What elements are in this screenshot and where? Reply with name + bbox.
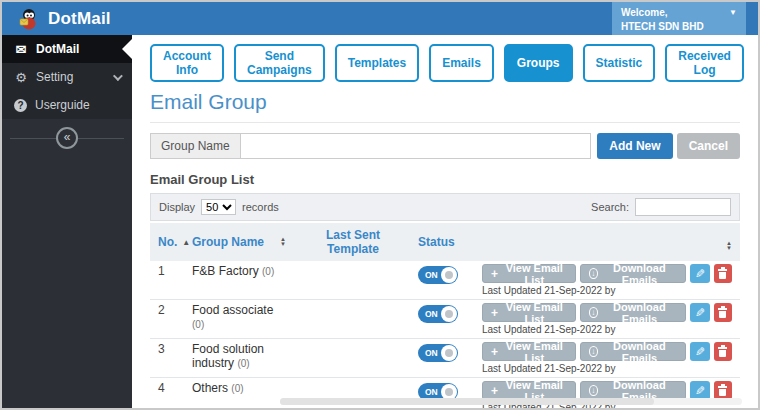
add-group-form: Group Name Add New Cancel: [150, 133, 740, 159]
trash-icon: [718, 386, 727, 396]
records-label: records: [242, 201, 279, 213]
search-input[interactable]: [635, 198, 731, 216]
tab-send-campaigns[interactable]: Send Campaigns: [234, 44, 325, 82]
sidebar-item-label: Userguide: [35, 98, 90, 112]
records-per-page-select[interactable]: 50: [201, 199, 236, 215]
display-label: Display: [159, 201, 195, 213]
delete-button[interactable]: [714, 303, 732, 322]
delete-button[interactable]: [714, 342, 732, 361]
caret-down-icon: ▼: [729, 7, 737, 18]
table-toolbar: Display 50 records Search:: [150, 193, 740, 221]
table-row: 3 Food solution industry (0) ON + View E…: [150, 339, 740, 378]
download-icon: ↓: [589, 385, 598, 396]
status-toggle[interactable]: ON: [418, 266, 458, 284]
last-updated-text: Last Updated 21-Sep-2022 by: [482, 324, 732, 335]
group-name-label: Group Name: [150, 133, 240, 159]
group-table-body: 1 F&B Factory (0) ON + View Email List ↓…: [150, 261, 740, 408]
divider: [150, 122, 740, 123]
download-emails-button[interactable]: ↓ Download Emails: [580, 264, 686, 283]
status-toggle[interactable]: ON: [418, 344, 458, 362]
sidebar-item-label: Setting: [36, 70, 73, 84]
download-emails-label: Download Emails: [602, 301, 677, 325]
plus-icon: +: [491, 384, 498, 398]
table-row: 2 Food associate (0) ON + View Email Lis…: [150, 300, 740, 339]
user-account-box[interactable]: Welcome, HTECH SDN BHD ▼: [612, 2, 746, 35]
view-email-list-label: View Email List: [502, 301, 567, 325]
app-header: DotMail Welcome, HTECH SDN BHD ▼: [2, 2, 758, 35]
last-updated-text: Last Updated 21-Sep-2022 by: [482, 285, 732, 296]
toggle-knob: [441, 345, 457, 361]
status-label: ON: [425, 348, 438, 358]
view-email-list-button[interactable]: + View Email List: [482, 264, 576, 283]
add-new-button[interactable]: Add New: [597, 133, 672, 159]
last-sent-template-cell: [296, 339, 410, 378]
tab-received-log[interactable]: Received Log: [665, 44, 744, 82]
toggle-knob: [441, 306, 457, 322]
group-name: Food associate: [192, 303, 273, 317]
group-name-input[interactable]: [240, 133, 592, 159]
view-email-list-button[interactable]: + View Email List: [482, 303, 576, 322]
group-count: (0): [192, 319, 204, 330]
download-emails-button[interactable]: ↓ Download Emails: [580, 303, 686, 322]
status-toggle[interactable]: ON: [418, 305, 458, 323]
row-actions: + View Email List ↓ Download Emails ✎: [482, 264, 732, 283]
list-title: Email Group List: [150, 172, 740, 187]
email-group-table: No.▲ Group Name▲▼ Last Sent Template Sta…: [150, 223, 740, 408]
sort-asc-icon: ▲: [182, 238, 190, 247]
main-content: Account Info Send Campaigns Templates Em…: [132, 35, 758, 408]
row-number: 4: [150, 378, 184, 409]
chevron-down-icon: [113, 71, 123, 81]
edit-button[interactable]: ✎: [690, 342, 710, 361]
sidebar-item-userguide[interactable]: ? Userguide: [2, 91, 132, 119]
sidebar-item-dotmail[interactable]: ✉ DotMail: [2, 35, 132, 63]
gear-icon: ⚙: [14, 70, 28, 85]
cancel-button[interactable]: Cancel: [677, 133, 740, 159]
view-email-list-button[interactable]: + View Email List: [482, 342, 576, 361]
status-label: ON: [425, 387, 438, 397]
column-header-no[interactable]: No.▲: [150, 223, 184, 261]
sidebar-item-setting[interactable]: ⚙ Setting: [2, 63, 132, 91]
download-emails-label: Download Emails: [602, 262, 677, 286]
row-number: 1: [150, 261, 184, 300]
page-title: Email Group: [150, 90, 740, 114]
sort-both-icon: ▲▼: [280, 237, 286, 247]
download-emails-label: Download Emails: [602, 340, 677, 364]
collapse-sidebar-button[interactable]: «: [56, 127, 78, 149]
group-name: F&B Factory: [192, 264, 259, 278]
column-header-last-sent-template[interactable]: Last Sent Template: [296, 223, 410, 261]
download-icon: ↓: [589, 268, 598, 279]
row-number: 2: [150, 300, 184, 339]
app-title: DotMail: [48, 9, 111, 29]
sidebar: ✉ DotMail ⚙ Setting ? Userguide «: [2, 35, 132, 408]
sort-both-icon: ▲▼: [726, 241, 732, 251]
tab-emails[interactable]: Emails: [429, 44, 494, 82]
search-label: Search:: [591, 201, 629, 213]
plus-icon: +: [491, 267, 498, 281]
group-name: Others: [192, 381, 228, 395]
edit-button[interactable]: ✎: [690, 264, 710, 283]
question-circle-icon: ?: [14, 99, 27, 112]
tab-statistic[interactable]: Statistic: [583, 44, 656, 82]
table-row: 1 F&B Factory (0) ON + View Email List ↓…: [150, 261, 740, 300]
delete-button[interactable]: [714, 264, 732, 283]
tab-account-info[interactable]: Account Info: [150, 44, 224, 82]
column-header-status[interactable]: Status: [410, 223, 474, 261]
app-window: DotMail Welcome, HTECH SDN BHD ▼ ✉ DotMa…: [0, 0, 760, 410]
sidebar-collapse-bar: «: [2, 121, 132, 155]
edit-icon: ✎: [695, 384, 705, 398]
download-emails-button[interactable]: ↓ Download Emails: [580, 342, 686, 361]
scrollbar-thumb[interactable]: [280, 398, 654, 405]
horizontal-scrollbar[interactable]: [280, 398, 742, 405]
plus-icon: +: [491, 306, 498, 320]
tab-groups[interactable]: Groups: [504, 44, 573, 82]
column-header-group-name[interactable]: Group Name▲▼: [184, 223, 296, 261]
tab-templates[interactable]: Templates: [335, 44, 419, 82]
row-actions: + View Email List ↓ Download Emails ✎: [482, 342, 732, 361]
edit-button[interactable]: ✎: [690, 303, 710, 322]
edit-icon: ✎: [695, 345, 705, 359]
column-header-actions[interactable]: ▲▼: [474, 223, 740, 261]
trash-icon: [718, 269, 727, 279]
welcome-text: Welcome,: [621, 6, 737, 20]
last-sent-template-cell: [296, 261, 410, 300]
nav-tabs: Account Info Send Campaigns Templates Em…: [150, 44, 740, 82]
